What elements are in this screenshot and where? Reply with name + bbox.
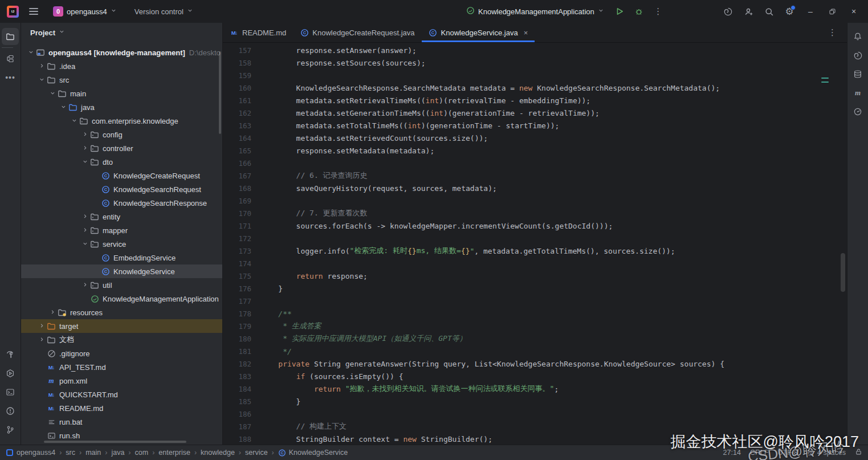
line-number[interactable]: 188 bbox=[223, 435, 260, 443]
line-number[interactable]: 172 bbox=[223, 234, 260, 243]
run-configuration-widget[interactable]: KnowledgeManagementApplication bbox=[462, 4, 609, 19]
status-indent[interactable]: 4 spaces bbox=[807, 449, 846, 457]
line-number[interactable]: 184 bbox=[223, 385, 260, 393]
code-line-159[interactable]: 159 bbox=[223, 69, 847, 82]
chevron-down-icon[interactable] bbox=[70, 117, 79, 124]
breadcrumb-item-src[interactable]: src bbox=[66, 449, 75, 457]
line-number[interactable]: 168 bbox=[223, 184, 260, 193]
chevron-down-icon[interactable] bbox=[59, 104, 68, 111]
run-more-kebab-icon[interactable]: ⋮ bbox=[649, 3, 667, 20]
chevron-right-icon[interactable] bbox=[81, 227, 90, 234]
status-line-ending[interactable]: CRLF bbox=[750, 449, 769, 457]
code-line-167[interactable]: 167 // 6. 记录查询历史 bbox=[223, 169, 847, 182]
code-line-177[interactable]: 177 bbox=[223, 295, 847, 307]
line-number[interactable]: 162 bbox=[223, 109, 260, 117]
project-folder-icon[interactable] bbox=[2, 28, 19, 45]
services-icon[interactable] bbox=[2, 365, 19, 382]
chevron-down-icon[interactable] bbox=[81, 158, 90, 165]
line-number[interactable]: 164 bbox=[223, 134, 260, 143]
line-number[interactable]: 178 bbox=[223, 310, 260, 318]
line-number[interactable]: 183 bbox=[223, 372, 260, 381]
tab-knowledgeservice-java[interactable]: CKnowledgeService.java× bbox=[422, 23, 535, 42]
project-view-selector[interactable]: Project bbox=[21, 23, 222, 42]
line-number[interactable]: 182 bbox=[223, 360, 260, 368]
line-number[interactable]: 170 bbox=[223, 209, 260, 218]
git-branch-icon[interactable] bbox=[2, 421, 19, 438]
tree-item-quickstart-md[interactable]: M↓QUICKSTART.md bbox=[21, 388, 222, 401]
code-line-184[interactable]: 184 return "抱歉，未找到相关知识。请尝试换一种问法或联系相关同事。"… bbox=[223, 382, 847, 395]
code-with-me-icon[interactable] bbox=[739, 3, 757, 20]
code-line-157[interactable]: 157 response.setAnswer(answer); bbox=[223, 44, 847, 56]
more-tool-windows-icon[interactable]: ••• bbox=[2, 69, 19, 86]
close-tab-icon[interactable]: × bbox=[524, 29, 528, 37]
editor-options-kebab-icon[interactable]: ⋮ bbox=[828, 27, 837, 38]
tree-item-src[interactable]: src bbox=[21, 73, 222, 87]
gradle-icon[interactable] bbox=[849, 103, 866, 120]
minimize-button[interactable]: – bbox=[801, 0, 820, 23]
project-tree-vertical-scrollbar[interactable] bbox=[219, 51, 221, 134]
ai-assistant-icon[interactable] bbox=[719, 3, 737, 20]
line-number[interactable]: 173 bbox=[223, 247, 260, 255]
line-number[interactable]: 171 bbox=[223, 222, 260, 230]
structure-icon[interactable] bbox=[2, 50, 19, 67]
code-line-172[interactable]: 172 bbox=[223, 232, 847, 245]
tree-item-readme-md[interactable]: M↓README.md bbox=[21, 401, 222, 415]
settings-gear-icon[interactable]: ⚙ bbox=[780, 3, 798, 20]
breadcrumb-item-com[interactable]: com bbox=[135, 449, 149, 457]
tree-item-knowledgemanagementapplication[interactable]: KnowledgeManagementApplication bbox=[21, 292, 222, 306]
line-number[interactable]: 180 bbox=[223, 335, 260, 343]
code-editor[interactable]: 157 response.setAnswer(answer);158 respo… bbox=[223, 42, 847, 445]
code-line-163[interactable]: 163 metadata.setTotalTimeMs((int)(genera… bbox=[223, 119, 847, 132]
database-icon[interactable] bbox=[849, 66, 866, 83]
tree-item--gitignore[interactable]: .gitignore bbox=[21, 347, 222, 360]
tree-item-com-enterprise-knowledge[interactable]: com.enterprise.knowledge bbox=[21, 114, 222, 128]
code-line-171[interactable]: 171 sources.forEach(s -> knowledgeMapper… bbox=[223, 219, 847, 232]
breadcrumb-item-service[interactable]: service bbox=[245, 449, 268, 457]
breadcrumb-item-java[interactable]: java bbox=[111, 449, 124, 457]
breadcrumb-item-enterprise[interactable]: enterprise bbox=[158, 449, 190, 457]
code-line-182[interactable]: 182 private String generateAnswer(String… bbox=[223, 357, 847, 370]
project-widget[interactable]: 0 opengauss4 bbox=[48, 4, 122, 19]
code-line-166[interactable]: 166 bbox=[223, 157, 847, 169]
code-line-160[interactable]: 160 KnowledgeSearchResponse.SearchMetada… bbox=[223, 82, 847, 94]
code-line-161[interactable]: 161 metadata.setRetrievalTimeMs((int)(re… bbox=[223, 94, 847, 107]
status-caret-position[interactable]: 27:14 bbox=[723, 449, 741, 457]
debug-button[interactable] bbox=[630, 3, 648, 20]
terminal-icon[interactable] bbox=[2, 384, 19, 401]
tab-knowledgecreaterequest-java[interactable]: CKnowledgeCreateRequest.java bbox=[293, 23, 421, 42]
chevron-right-icon[interactable] bbox=[81, 145, 90, 152]
breadcrumb-item-knowledge[interactable]: knowledge bbox=[201, 449, 235, 457]
code-line-178[interactable]: 178 /** bbox=[223, 307, 847, 320]
tree-item-knowledgeservice[interactable]: CKnowledgeService bbox=[21, 264, 222, 278]
line-number[interactable]: 161 bbox=[223, 96, 260, 105]
code-line-168[interactable]: 168 saveQueryHistory(request, sources, m… bbox=[223, 182, 847, 194]
tree-item--idea[interactable]: .idea bbox=[21, 59, 222, 73]
breadcrumb-item-knowledgeservice[interactable]: CKnowledgeService bbox=[278, 449, 348, 457]
close-button[interactable]: × bbox=[844, 0, 863, 23]
tree-item-resources[interactable]: resources bbox=[21, 306, 222, 319]
notifications-bell-icon[interactable] bbox=[849, 28, 866, 45]
code-line-181[interactable]: 181 */ bbox=[223, 345, 847, 357]
tab-readme-md[interactable]: M↓README.md bbox=[223, 23, 293, 42]
line-number[interactable]: 177 bbox=[223, 297, 260, 306]
editor-vertical-scrollbar[interactable] bbox=[841, 253, 845, 292]
run-button[interactable] bbox=[610, 3, 629, 20]
tree-item-entity[interactable]: entity bbox=[21, 210, 222, 223]
code-line-158[interactable]: 158 response.setSources(sources); bbox=[223, 56, 847, 69]
tree-item-embeddingservice[interactable]: CEmbeddingService bbox=[21, 251, 222, 264]
line-number[interactable]: 175 bbox=[223, 272, 260, 280]
code-line-176[interactable]: 176 } bbox=[223, 282, 847, 295]
line-number[interactable]: 187 bbox=[223, 422, 260, 431]
tree-item-dto[interactable]: dto bbox=[21, 155, 222, 169]
read-only-lock-icon[interactable] bbox=[855, 448, 862, 457]
version-control-widget[interactable]: Version control bbox=[130, 5, 198, 18]
line-number[interactable]: 167 bbox=[223, 172, 260, 180]
line-number[interactable]: 158 bbox=[223, 59, 260, 67]
tree-item-util[interactable]: util bbox=[21, 278, 222, 292]
tree-item-opengauss4-knowledge-management-[interactable]: opengauss4 [knowledge-management]D:\desk… bbox=[21, 46, 222, 59]
line-number[interactable]: 179 bbox=[223, 322, 260, 331]
tree-item-knowledgesearchrequest[interactable]: CKnowledgeSearchRequest bbox=[21, 182, 222, 196]
status-encoding[interactable]: UTF-8 bbox=[778, 449, 798, 457]
tree-item-knowledgecreaterequest[interactable]: CKnowledgeCreateRequest bbox=[21, 169, 222, 182]
line-number[interactable]: 186 bbox=[223, 410, 260, 418]
